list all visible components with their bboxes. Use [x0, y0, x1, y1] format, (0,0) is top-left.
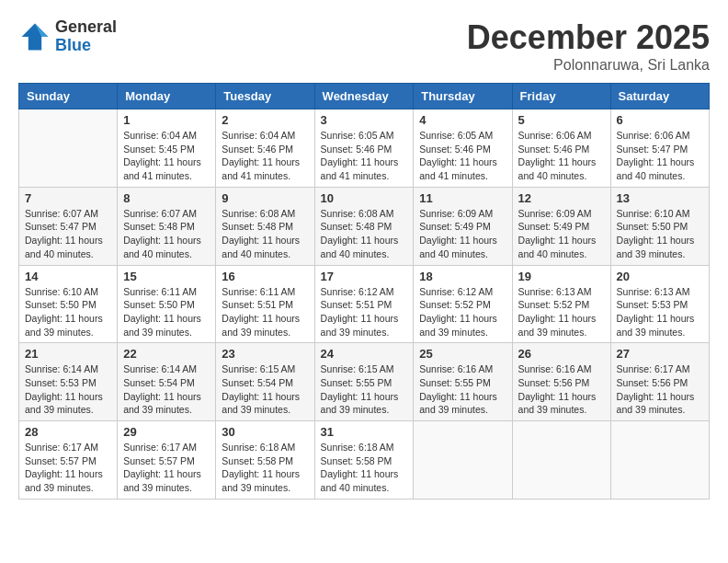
calendar-cell: 8Sunrise: 6:07 AMSunset: 5:48 PMDaylight… [118, 187, 216, 265]
day-number: 23 [222, 347, 308, 361]
day-number: 24 [321, 347, 408, 361]
day-number: 8 [123, 191, 210, 205]
calendar-cell: 14Sunrise: 6:10 AMSunset: 5:50 PMDayligh… [19, 265, 118, 343]
weekday-header-tuesday: Tuesday [216, 84, 314, 109]
calendar-cell: 7Sunrise: 6:07 AMSunset: 5:47 PMDaylight… [19, 187, 118, 265]
day-info: Sunrise: 6:09 AMSunset: 5:49 PMDaylight:… [419, 207, 506, 261]
calendar-cell: 28Sunrise: 6:17 AMSunset: 5:57 PMDayligh… [19, 421, 118, 500]
day-number: 14 [25, 270, 111, 283]
day-number: 15 [123, 270, 210, 283]
day-number: 31 [321, 425, 408, 439]
calendar-cell: 3Sunrise: 6:05 AMSunset: 5:46 PMDaylight… [314, 109, 414, 188]
day-number: 13 [617, 191, 703, 205]
logo-icon [18, 20, 51, 53]
page-header: General Blue December 2025 Polonnaruwa, … [18, 18, 710, 74]
day-info: Sunrise: 6:13 AMSunset: 5:53 PMDaylight:… [617, 285, 703, 339]
day-number: 29 [123, 425, 210, 439]
day-info: Sunrise: 6:07 AMSunset: 5:47 PMDaylight:… [25, 207, 111, 261]
calendar-cell: 10Sunrise: 6:08 AMSunset: 5:48 PMDayligh… [314, 187, 414, 265]
weekday-header-friday: Friday [512, 84, 610, 109]
calendar-cell: 22Sunrise: 6:14 AMSunset: 5:54 PMDayligh… [118, 343, 216, 421]
day-info: Sunrise: 6:09 AMSunset: 5:49 PMDaylight:… [518, 207, 605, 261]
day-info: Sunrise: 6:17 AMSunset: 5:56 PMDaylight:… [617, 362, 703, 417]
day-info: Sunrise: 6:05 AMSunset: 5:46 PMDaylight:… [419, 129, 506, 183]
title-block: December 2025 Polonnaruwa, Sri Lanka [467, 18, 710, 74]
calendar-cell: 13Sunrise: 6:10 AMSunset: 5:50 PMDayligh… [610, 187, 709, 265]
day-info: Sunrise: 6:08 AMSunset: 5:48 PMDaylight:… [321, 207, 408, 261]
calendar-cell: 24Sunrise: 6:15 AMSunset: 5:55 PMDayligh… [314, 343, 414, 421]
day-number: 21 [25, 347, 111, 361]
weekday-header-saturday: Saturday [610, 84, 709, 109]
calendar-cell: 12Sunrise: 6:09 AMSunset: 5:49 PMDayligh… [512, 187, 610, 265]
calendar-cell: 31Sunrise: 6:18 AMSunset: 5:58 PMDayligh… [314, 421, 414, 500]
calendar-cell: 16Sunrise: 6:11 AMSunset: 5:51 PMDayligh… [216, 265, 314, 343]
calendar-week-row: 28Sunrise: 6:17 AMSunset: 5:57 PMDayligh… [19, 421, 710, 500]
day-number: 18 [419, 270, 506, 283]
day-info: Sunrise: 6:04 AMSunset: 5:45 PMDaylight:… [123, 129, 210, 183]
day-number: 2 [222, 113, 308, 127]
calendar-cell: 6Sunrise: 6:06 AMSunset: 5:47 PMDaylight… [610, 109, 709, 188]
day-info: Sunrise: 6:17 AMSunset: 5:57 PMDaylight:… [123, 441, 210, 495]
location: Polonnaruwa, Sri Lanka [467, 57, 710, 74]
calendar-cell: 11Sunrise: 6:09 AMSunset: 5:49 PMDayligh… [414, 187, 512, 265]
logo-text: General Blue [55, 18, 117, 55]
day-info: Sunrise: 6:18 AMSunset: 5:58 PMDaylight:… [222, 441, 308, 495]
calendar-cell [512, 421, 610, 500]
day-number: 11 [419, 191, 506, 205]
day-info: Sunrise: 6:12 AMSunset: 5:52 PMDaylight:… [419, 285, 506, 339]
calendar-table: SundayMondayTuesdayWednesdayThursdayFrid… [18, 83, 710, 500]
calendar-week-row: 1Sunrise: 6:04 AMSunset: 5:45 PMDaylight… [19, 109, 710, 188]
day-info: Sunrise: 6:11 AMSunset: 5:51 PMDaylight:… [222, 285, 308, 339]
day-info: Sunrise: 6:06 AMSunset: 5:46 PMDaylight:… [518, 129, 605, 183]
day-number: 30 [222, 425, 308, 439]
calendar-cell: 2Sunrise: 6:04 AMSunset: 5:46 PMDaylight… [216, 109, 314, 188]
calendar-cell: 27Sunrise: 6:17 AMSunset: 5:56 PMDayligh… [610, 343, 709, 421]
day-info: Sunrise: 6:08 AMSunset: 5:48 PMDaylight:… [222, 207, 308, 261]
calendar-cell [414, 421, 512, 500]
day-number: 19 [518, 270, 605, 283]
calendar-cell: 29Sunrise: 6:17 AMSunset: 5:57 PMDayligh… [118, 421, 216, 500]
calendar-week-row: 7Sunrise: 6:07 AMSunset: 5:47 PMDaylight… [19, 187, 710, 265]
weekday-header-thursday: Thursday [414, 84, 512, 109]
weekday-header-row: SundayMondayTuesdayWednesdayThursdayFrid… [19, 84, 710, 109]
day-number: 22 [123, 347, 210, 361]
day-info: Sunrise: 6:16 AMSunset: 5:55 PMDaylight:… [419, 362, 506, 417]
calendar-cell [610, 421, 709, 500]
day-number: 16 [222, 270, 308, 283]
calendar-cell: 4Sunrise: 6:05 AMSunset: 5:46 PMDaylight… [414, 109, 512, 188]
day-info: Sunrise: 6:11 AMSunset: 5:50 PMDaylight:… [123, 285, 210, 339]
day-number: 28 [25, 425, 111, 439]
day-info: Sunrise: 6:10 AMSunset: 5:50 PMDaylight:… [617, 207, 703, 261]
weekday-header-sunday: Sunday [19, 84, 118, 109]
calendar-week-row: 14Sunrise: 6:10 AMSunset: 5:50 PMDayligh… [19, 265, 710, 343]
calendar-cell: 17Sunrise: 6:12 AMSunset: 5:51 PMDayligh… [314, 265, 414, 343]
calendar-cell: 30Sunrise: 6:18 AMSunset: 5:58 PMDayligh… [216, 421, 314, 500]
day-info: Sunrise: 6:17 AMSunset: 5:57 PMDaylight:… [25, 441, 111, 495]
logo-general: General [55, 18, 117, 37]
day-number: 6 [617, 113, 703, 127]
calendar-cell: 15Sunrise: 6:11 AMSunset: 5:50 PMDayligh… [118, 265, 216, 343]
day-info: Sunrise: 6:04 AMSunset: 5:46 PMDaylight:… [222, 129, 308, 183]
month-title: December 2025 [467, 18, 710, 57]
day-info: Sunrise: 6:15 AMSunset: 5:55 PMDaylight:… [321, 362, 408, 417]
weekday-header-monday: Monday [118, 84, 216, 109]
calendar-cell: 18Sunrise: 6:12 AMSunset: 5:52 PMDayligh… [414, 265, 512, 343]
day-info: Sunrise: 6:13 AMSunset: 5:52 PMDaylight:… [518, 285, 605, 339]
calendar-cell: 5Sunrise: 6:06 AMSunset: 5:46 PMDaylight… [512, 109, 610, 188]
day-info: Sunrise: 6:12 AMSunset: 5:51 PMDaylight:… [321, 285, 408, 339]
calendar-cell: 9Sunrise: 6:08 AMSunset: 5:48 PMDaylight… [216, 187, 314, 265]
day-number: 1 [123, 113, 210, 127]
calendar-cell [19, 109, 118, 188]
day-info: Sunrise: 6:14 AMSunset: 5:53 PMDaylight:… [25, 362, 111, 417]
day-number: 9 [222, 191, 308, 205]
calendar-cell: 20Sunrise: 6:13 AMSunset: 5:53 PMDayligh… [610, 265, 709, 343]
day-number: 26 [518, 347, 605, 361]
day-info: Sunrise: 6:10 AMSunset: 5:50 PMDaylight:… [25, 285, 111, 339]
day-number: 27 [617, 347, 703, 361]
calendar-cell: 23Sunrise: 6:15 AMSunset: 5:54 PMDayligh… [216, 343, 314, 421]
day-info: Sunrise: 6:06 AMSunset: 5:47 PMDaylight:… [617, 129, 703, 183]
day-info: Sunrise: 6:07 AMSunset: 5:48 PMDaylight:… [123, 207, 210, 261]
day-number: 5 [518, 113, 605, 127]
calendar-week-row: 21Sunrise: 6:14 AMSunset: 5:53 PMDayligh… [19, 343, 710, 421]
logo: General Blue [18, 18, 117, 55]
